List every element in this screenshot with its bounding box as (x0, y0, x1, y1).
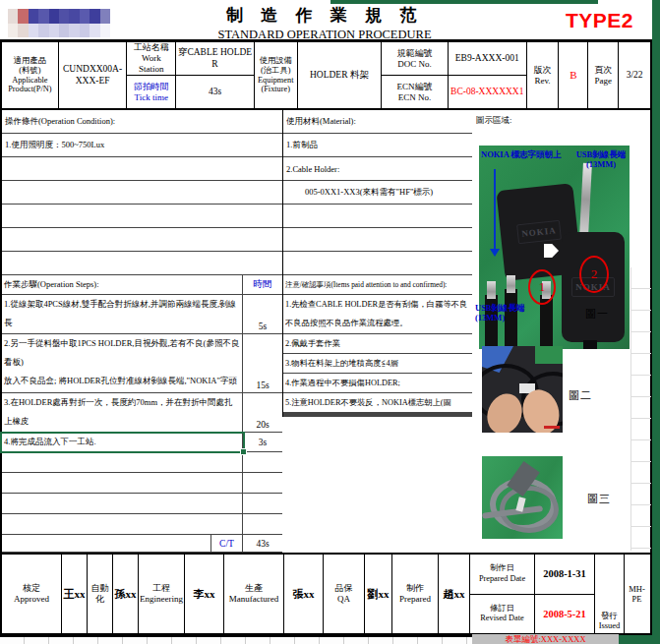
excel-selection-border (0, 432, 245, 453)
red-circle-marker-2: 2 (579, 256, 609, 293)
steps-empty-row (2, 452, 282, 473)
step-1-time: 5s (243, 295, 282, 333)
prepared-date-value: 2008-1-31 (535, 555, 594, 594)
attention-items-section: 注意/確認事項(Items paid attention to and conf… (282, 275, 473, 417)
issued-label: 發行 Issued (595, 555, 625, 633)
figure-1-label: 圖一 (585, 307, 609, 322)
approved-label: 核定 Approved (2, 555, 62, 633)
excel-background-strip-right (652, 0, 660, 644)
material-empty-row (283, 205, 472, 228)
step-2-time: 15s (243, 334, 282, 392)
excel-background-strip-bottom (619, 635, 652, 644)
condition-empty-row (2, 205, 282, 228)
step-3-time: 20s (243, 393, 282, 432)
illustration-area: 圖示區域: NOKIA 標志字頭朝上 USB剝線長端 (13MM) NOKIA … (472, 110, 652, 553)
steps-empty-row (2, 473, 282, 494)
wire-stripped-tip (487, 281, 496, 299)
sop-document: 制 造 作 業 規 范 STANDARD OPERATION PROCEDURE… (0, 0, 660, 644)
ct-label: C/T (211, 535, 243, 552)
step-row-1: 1.從線架取4PCS線材,雙手配合對折線材,并調節兩線端長度,剝線長 端超出剝線… (2, 295, 282, 334)
usb-strip-length-note-bottom: USB剝線長端 (13MM) (475, 303, 536, 322)
step-row-3: 3.在HOLDER處再對折一次，長度約70mm，并在對折中間處扎上橡皮 圈，使H… (2, 393, 282, 433)
tick-time-label: 節拍時間 Tick time (127, 76, 175, 108)
attention-item-5: 5.注意HOLDER不要裝反，NOKIA標志朝上(圖一)。 (283, 393, 472, 413)
excel-gridlines-hint (630, 267, 651, 551)
applicable-product-label-cell: 適用產品 (料號) Applicable Product(P/N) (2, 42, 59, 108)
photo-timestamp (544, 426, 560, 429)
dates-block: 制作日 Prepared Date 2008-1-31 修訂日 Revised … (470, 555, 595, 633)
figure-3-label: 圖三 (587, 492, 611, 506)
time-column-header: 時間 (243, 275, 282, 294)
qa-signature: 劉xx (365, 555, 392, 633)
engineering-label: 工程 Engineering (139, 555, 185, 633)
prepared-date-row: 制作日 Prepared Date 2008-1-31 (470, 555, 594, 595)
issued-value: MH-PE (625, 555, 649, 633)
steps-header-row: 作業步驟(Operation Steps): 時間 (2, 275, 282, 295)
selection-fill-handle[interactable] (240, 448, 247, 455)
automation-signature: 孫xx (113, 555, 139, 633)
ct-value: 43s (243, 535, 282, 552)
excel-bottom-row-grid (0, 635, 472, 644)
manufactured-label: 生產 Manufactured (224, 555, 284, 633)
material-empty-row (283, 252, 472, 275)
steps-empty-row (2, 494, 282, 514)
illustration-area-label: 圖示區域: (476, 115, 511, 127)
work-station-value: 穿CABLE HOLDER (176, 42, 254, 76)
page-value-cell: 3/22 (619, 42, 650, 108)
black-cable (583, 340, 597, 349)
doc-ecn-value-col: EB9-AXXX-001 BC-08-XXXXXX1 (449, 42, 527, 108)
prepared-label: 制作 Prepared (392, 555, 439, 633)
qa-label: 品保 QA (324, 555, 365, 633)
photo-figure-3 (482, 456, 563, 539)
doc-ecn-label-col: 規範編號 DOC No. ECN編號 ECN No. (382, 42, 449, 108)
equipment-label-cell: 使用設備 (治工具) Equipment (Fixture) (255, 42, 298, 108)
cycle-time-row: C/T 43s (2, 535, 282, 553)
operation-condition-section: 操作條件(Operation Condition): 1.使用照明度：500~7… (0, 110, 282, 275)
green-bench-corner (535, 346, 563, 364)
ct-empty-cell (2, 535, 211, 552)
attention-item-4: 4.作業過程中不要損傷HOLDER; (283, 374, 472, 393)
approved-signature: 王xx (62, 555, 88, 633)
step-1-text: 1.從線架取4PCS線材,雙手配合對折線材,并調節兩線端長度,剝線長 端超出剝線… (2, 295, 243, 333)
rev-value: B (559, 42, 587, 108)
applicable-product-value-cell: CUNDXX00A-XXX-EF (59, 42, 128, 108)
work-station-label-col: 工站名稱 Work Station 節拍時間 Tick time (127, 42, 176, 108)
condition-empty-row (2, 252, 282, 275)
attention-header-label: 注意/確認事項(Items paid attention to and conf… (283, 275, 472, 295)
step-2-text: 2.另一手從料盤中取1PCS HOLDER,目視外觀,若有不良(參照不良看板) … (2, 334, 243, 392)
material-section: 使用材料(Material): 1.前制品 2.Cable Holder: 00… (282, 110, 473, 275)
prepared-date-label: 制作日 Prepared Date (470, 555, 535, 594)
attention-item-3: 3.物料在料架上的堆積高度≦4層 (283, 354, 472, 374)
prepared-signature: 趙xx (439, 555, 470, 633)
step-row-2: 2.另一手從料盤中取1PCS HOLDER,目視外觀,若有不良(參照不良看板) … (2, 334, 282, 393)
rev-label-cell: 版次 Rev. (527, 42, 560, 108)
attention-item-1: 1.先檢查CABLE HOLDER是否有刮傷，白霧等不良 不良品按照不良品作業流… (283, 295, 472, 334)
material-item: 005-0XX1-XX3(來料需有"HF"標示) (283, 181, 472, 205)
material-label: 使用材料(Material): (283, 110, 472, 134)
condition-empty-row (2, 181, 282, 205)
operation-condition-label: 操作條件(Operation Condition): (2, 110, 282, 134)
engineering-signature: 李xx (185, 555, 224, 633)
figure-2-label: 圖二 (569, 388, 592, 403)
ecn-no-label: ECN編號 ECN No. (382, 76, 448, 108)
red-circle-marker-1: 1 (528, 269, 556, 305)
work-station-label: 工站名稱 Work Station (127, 42, 175, 76)
steps-header-label: 作業步驟(Operation Steps): (2, 275, 243, 294)
title-chinese: 制 造 作 業 規 范 (148, 4, 502, 27)
usb-strip-length-note-top: USB剝線長端 (13MM) (573, 149, 629, 169)
nokia-orientation-note: NOKIA 標志字頭朝上 (481, 149, 571, 159)
work-station-value-col: 穿CABLE HOLDER 43s (176, 42, 255, 108)
page-value: 3/22 (619, 42, 650, 108)
blue-down-arrow-icon (494, 169, 496, 254)
form-number-text: 表單編號:XXX-XXXX (505, 634, 585, 644)
document-title-block: 制 造 作 業 規 范 STANDARD OPERATION PROCEDURE (148, 4, 502, 42)
applicable-product-value: CUNDXX00A-XXX-EF (59, 42, 127, 108)
manufactured-signature: 張xx (284, 555, 324, 633)
revised-date-row: 修訂日 Revised Date 2008-5-21 (470, 595, 594, 634)
step-3-text: 3.在HOLDER處再對折一次，長度約70mm，并在對折中間處扎上橡皮 圈，使H… (2, 393, 243, 432)
company-logo (8, 9, 110, 37)
tick-time-value: 43s (176, 76, 254, 108)
page-label-cell: 頁次 Page (588, 42, 619, 108)
step-4-time: 3s (243, 433, 282, 451)
photo-figure-2 (482, 346, 563, 433)
